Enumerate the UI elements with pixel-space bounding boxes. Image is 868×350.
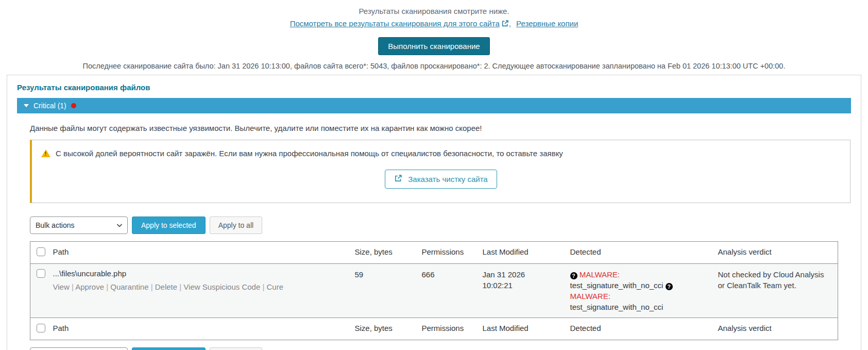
col-last-modified: Last Modified [483,318,570,340]
col-detected: Detected [570,318,718,340]
action-view[interactable]: View [53,282,76,291]
backups-link[interactable]: Резервные копии [516,19,578,28]
run-scan-button[interactable]: Выполнить сканирование [378,37,489,55]
critical-label: Critical (1) [33,102,66,110]
action-delete[interactable]: Delete [155,282,184,291]
external-link-icon [394,174,402,184]
panel-title: Результаты сканирования файлов [17,83,851,92]
question-help-icon[interactable]: ? [570,272,577,279]
select-all-checkbox[interactable] [37,324,45,332]
row-checkbox[interactable] [37,269,45,278]
col-last-modified: Last Modified [483,242,570,264]
table-header-row: Path Size, bytes Permissions Last Modifi… [30,242,838,264]
action-view-suspicious-code[interactable]: View Suspicious Code [183,282,266,291]
analysis-verdict: Not checked by Cloud Analysis or CleanTa… [718,264,838,318]
intro-text: Результаты сканирования смотрите ниже. [0,7,868,15]
scan-results-table: Path Size, bytes Permissions Last Modifi… [30,241,838,340]
row-actions: ViewApproveQuarantineDeleteView Suspicio… [53,282,350,291]
bulk-actions-top: Bulk actions Apply to selected Apply to … [30,216,851,234]
critical-section-body: Данные файлы могут содержать известные у… [17,124,851,350]
apply-to-all-button[interactable]: Apply to all [210,216,262,234]
col-permissions: Permissions [422,242,483,264]
last-scan-info: Последнее сканирование сайта было: Jan 3… [0,62,868,70]
table-footer-row: Path Size, bytes Permissions Last Modifi… [30,318,838,340]
links-separator: , [509,19,511,28]
col-analysis-verdict: Analysis verdict [718,318,838,340]
warning-icon: ! [41,149,50,157]
last-modified: Jan 31 2026 10:02:21 [483,264,570,318]
col-size: Size, bytes [355,242,422,264]
bulk-actions-select[interactable]: Bulk actions [30,216,128,234]
action-quarantine[interactable]: Quarantine [110,282,155,291]
question-help-icon[interactable]: ? [666,283,673,290]
scan-results-panel: Результаты сканирования файлов Critical … [7,75,861,350]
apply-to-selected-button[interactable]: Apply to selected [132,216,206,234]
col-path: Path [53,318,355,340]
action-cure[interactable]: Cure [267,282,284,291]
critical-description: Данные файлы могут содержать известные у… [30,124,851,132]
detected-signatures: ? MALWARE: test_signature_with_no_cci ? … [570,264,718,318]
bulk-actions-bottom: Bulk actions Apply to selected Apply to … [30,347,851,350]
order-cleanup-button[interactable]: Заказать чистку сайта [385,170,497,189]
file-size: 59 [355,264,422,318]
file-permissions: 666 [422,264,483,318]
apply-to-selected-button[interactable]: Apply to selected [132,347,206,350]
scan-summary-header: Результаты сканирования смотрите ниже. П… [0,0,868,70]
col-path: Path [53,242,355,264]
bulk-actions-select[interactable]: Bulk actions [30,347,128,350]
col-analysis-verdict: Analysis verdict [718,242,838,264]
col-permissions: Permissions [422,318,483,340]
warning-text: С высокой долей вероятности сайт заражён… [56,149,563,158]
table-row: ...\files\uncurable.php ViewApproveQuara… [30,264,838,318]
action-approve[interactable]: Approve [75,282,110,291]
col-detected: Detected [570,242,718,264]
external-link-icon [501,20,509,29]
apply-to-all-button[interactable]: Apply to all [210,347,262,350]
select-all-checkbox[interactable] [37,247,45,256]
collapse-arrow-icon [24,104,29,107]
all-scan-results-link[interactable]: Посмотреть все результаты сканирования д… [290,19,509,28]
col-size: Size, bytes [355,318,422,340]
file-path: ...\files\uncurable.php [53,269,350,278]
critical-indicator-dot [71,103,76,108]
infection-warning-box: ! С высокой долей вероятности сайт зараж… [30,140,850,203]
critical-accordion-header[interactable]: Critical (1) [17,98,851,113]
